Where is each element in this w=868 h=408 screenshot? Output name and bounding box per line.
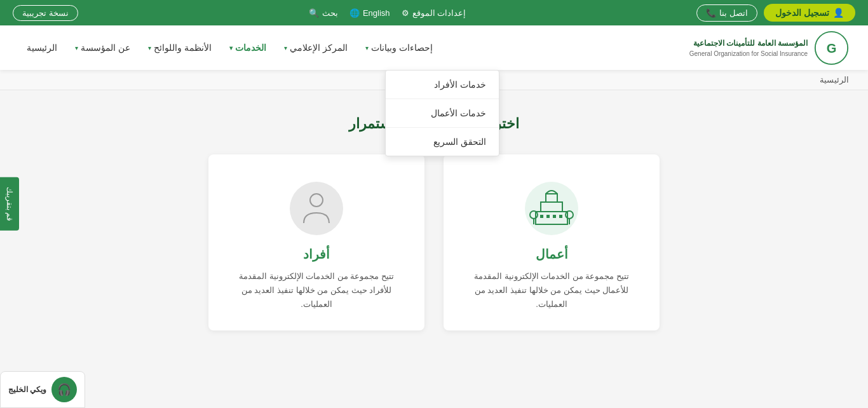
search-link[interactable]: بحث 🔍	[309, 8, 338, 18]
chevron-services-icon: ▾	[229, 44, 233, 51]
search-icon: 🔍	[309, 8, 319, 18]
nav-item-regulations[interactable]: الأنظمة واللوائح ▾	[140, 37, 219, 58]
english-link[interactable]: English 🌐	[349, 8, 390, 18]
chevron-about-icon: ▾	[75, 44, 78, 51]
beta-badge: نسخة تجريبية	[13, 5, 78, 21]
logo-svg: G	[814, 31, 849, 65]
business-icon	[523, 180, 580, 237]
card-individuals[interactable]: أفراد تتيح مجموعة من الخدمات الإلكترونية…	[208, 154, 424, 330]
dropdown-item-individuals[interactable]: خدمات الأفراد	[386, 71, 499, 99]
dropdown-item-verify[interactable]: التحقق السريع	[386, 128, 499, 156]
top-bar-right: 👤 تسجيل الدخول اتصل بنا 📞	[696, 4, 855, 22]
logo-text: المؤسسة العامة للتأمينات الاجتماعية Gene…	[689, 37, 808, 58]
chevron-stats-icon: ▾	[365, 44, 369, 51]
login-button[interactable]: 👤 تسجيل الدخول	[764, 4, 855, 22]
top-bar-left: نسخة تجريبية	[13, 5, 78, 21]
svg-text:G: G	[827, 41, 837, 55]
svg-rect-8	[553, 215, 556, 218]
svg-rect-9	[559, 215, 562, 218]
svg-point-2	[525, 182, 578, 235]
individuals-card-desc: تتيح مجموعة من الخدمات الإلكترونية المقد…	[227, 269, 405, 311]
business-card-desc: تتيح مجموعة من الخدمات الإلكترونية المقد…	[463, 269, 641, 311]
nav-item-stats[interactable]: إحصاءات وبيانات ▾	[358, 37, 440, 58]
nav-menu: إحصاءات وبيانات ▾ المركز الإعلامي ▾ الخد…	[19, 37, 440, 58]
nav-item-services[interactable]: الخدمات ▾	[222, 37, 274, 58]
login-icon: 👤	[833, 8, 844, 18]
individuals-card-title: أفراد	[227, 247, 405, 262]
nav-logo: G المؤسسة العامة للتأمينات الاجتماعية Ge…	[689, 31, 849, 65]
cards-row: أعمال تتيح مجموعة من الخدمات الإلكترونية…	[13, 154, 855, 330]
individuals-icon	[288, 180, 345, 237]
phone-icon: 📞	[706, 8, 716, 18]
top-bar-center: إعدادات الموقع ⚙ English 🌐 بحث 🔍	[309, 8, 466, 18]
svg-rect-7	[546, 215, 550, 218]
side-feedback-tab[interactable]: قم بتقريبك	[0, 177, 19, 231]
settings-link[interactable]: إعدادات الموقع ⚙	[402, 8, 466, 18]
nav-item-home[interactable]: الرئيسية	[19, 37, 65, 58]
top-bar: 👤 تسجيل الدخول اتصل بنا 📞 إعدادات الموقع…	[0, 0, 868, 25]
business-card-title: أعمال	[463, 247, 641, 262]
dropdown-item-business[interactable]: خدمات الأعمال	[386, 99, 499, 128]
contact-button[interactable]: اتصل بنا 📞	[696, 4, 757, 22]
chevron-media-icon: ▾	[284, 44, 287, 51]
card-business[interactable]: أعمال تتيح مجموعة من الخدمات الإلكترونية…	[444, 154, 660, 330]
services-dropdown: خدمات الأفراد خدمات الأعمال التحقق السري…	[385, 70, 499, 156]
main-navbar: G المؤسسة العامة للتأمينات الاجتماعية Ge…	[0, 25, 868, 70]
svg-rect-6	[540, 215, 543, 218]
chevron-regulations-icon: ▾	[148, 44, 151, 51]
settings-icon: ⚙	[402, 8, 409, 18]
svg-point-14	[290, 182, 343, 235]
globe-icon: 🌐	[349, 8, 360, 18]
nav-item-media[interactable]: المركز الإعلامي ▾	[276, 37, 355, 58]
nav-item-about[interactable]: عن المؤسسة ▾	[67, 37, 138, 58]
